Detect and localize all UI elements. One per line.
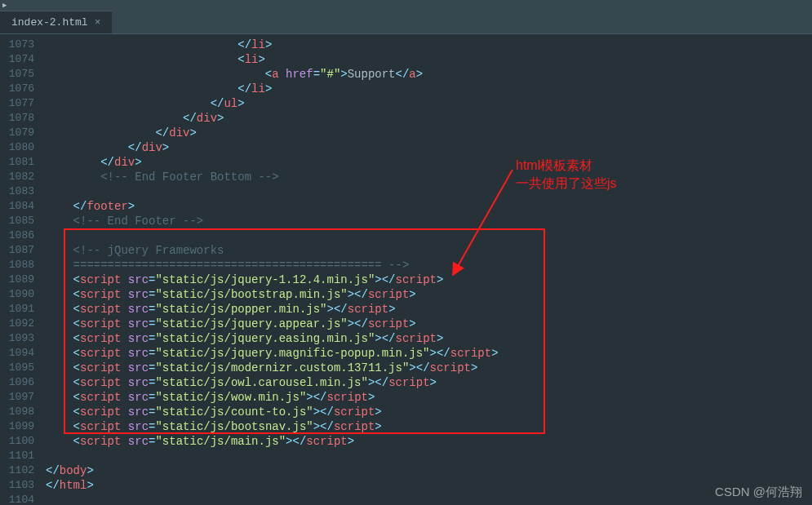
code-line: </div> xyxy=(46,140,812,155)
code-line: <script src="static/js/bootsnav.js"></sc… xyxy=(46,419,812,434)
code-line: <script src="static/js/popper.min.js"></… xyxy=(46,302,812,317)
code-line: <script src="static/js/jquery.magnific-p… xyxy=(46,346,812,361)
tab-file[interactable]: index-2.html × xyxy=(0,11,112,33)
code-line: <script src="static/js/jquery.easing.min… xyxy=(46,331,812,346)
top-toolbar: ▶ xyxy=(0,0,812,10)
code-line: </footer> xyxy=(46,199,812,214)
code-content[interactable]: </li> <li> <a href="#">Support</a> </li>… xyxy=(41,34,812,505)
code-line xyxy=(46,228,812,243)
close-icon[interactable]: × xyxy=(95,16,101,29)
code-line: </li> xyxy=(46,38,812,52)
code-line: <li> xyxy=(46,52,812,67)
editor-area[interactable]: 1073 1074 1075 1076 1077 1078 1079 1080 … xyxy=(0,34,812,505)
code-line: <script src="static/js/jquery.appear.js"… xyxy=(46,317,812,331)
code-line: <script src="static/js/bootstrap.min.js"… xyxy=(46,287,812,302)
code-line xyxy=(46,493,812,505)
code-line xyxy=(46,449,812,463)
code-line: <script src="static/js/modernizr.custom.… xyxy=(46,361,812,375)
play-icon[interactable]: ▶ xyxy=(2,1,11,9)
code-line: <a href="#">Support</a> xyxy=(46,67,812,82)
code-line: </div> xyxy=(46,126,812,140)
tab-strip: index-2.html × xyxy=(0,10,812,34)
code-line: </ul> xyxy=(46,96,812,111)
code-line: <script src="static/js/main.js"></script… xyxy=(46,434,812,449)
code-line: </div> xyxy=(46,111,812,126)
code-line: ========================================… xyxy=(46,258,812,272)
code-line: <!-- jQuery Frameworks xyxy=(46,243,812,258)
code-line: </div> xyxy=(46,155,812,170)
code-line: <script src="static/js/count-to.js"></sc… xyxy=(46,405,812,419)
code-line xyxy=(46,184,812,199)
code-line: </li> xyxy=(46,82,812,96)
code-line: </body> xyxy=(46,463,812,478)
code-line: <script src="static/js/jquery-1.12.4.min… xyxy=(46,272,812,287)
code-line: </html> xyxy=(46,478,812,493)
tab-filename: index-2.html xyxy=(11,16,88,29)
line-number-gutter: 1073 1074 1075 1076 1077 1078 1079 1080 … xyxy=(0,34,41,505)
code-line: <script src="static/js/owl.carousel.min.… xyxy=(46,375,812,390)
code-line: <script src="static/js/wow.min.js"></scr… xyxy=(46,390,812,405)
code-line: <!-- End Footer Bottom --> xyxy=(46,170,812,184)
code-line: <!-- End Footer --> xyxy=(46,214,812,228)
